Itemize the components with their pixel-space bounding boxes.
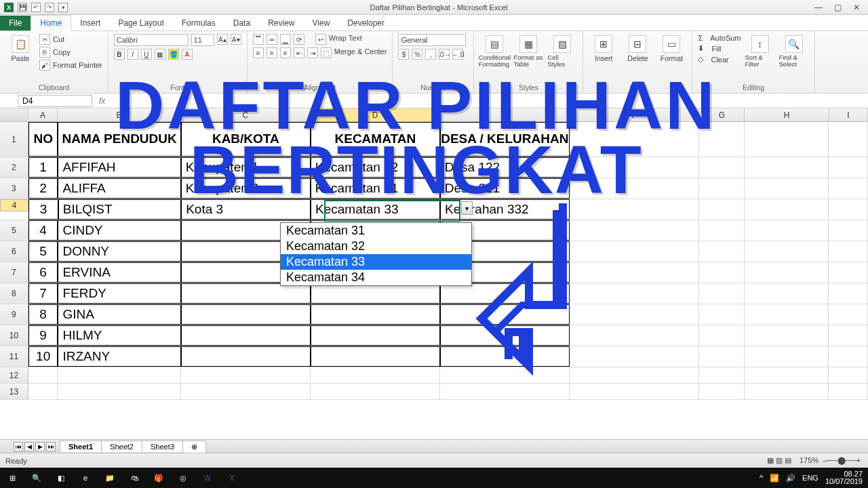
sheet-nav-next[interactable]: ▶ <box>35 442 45 451</box>
cell[interactable] <box>699 157 745 178</box>
cell[interactable] <box>699 384 745 399</box>
window-maximize-button[interactable]: ▢ <box>829 1 846 14</box>
worksheet-grid[interactable]: A B C D E F G H I 1 NO NAMA PENDUDUK KAB… <box>0 108 868 481</box>
row-header[interactable]: 12 <box>0 367 28 383</box>
cell[interactable]: Desa 122 <box>440 157 570 178</box>
cut-button[interactable]: Cut <box>53 35 64 43</box>
cell[interactable]: CINDY <box>58 220 180 241</box>
taskbar-excel-icon[interactable]: X <box>220 468 244 488</box>
cell[interactable] <box>570 325 699 346</box>
tab-insert[interactable]: Insert <box>71 16 109 30</box>
cell[interactable] <box>829 384 868 399</box>
cell[interactable] <box>829 178 868 199</box>
format-cells-button[interactable]: ▭Format <box>656 34 686 62</box>
cell[interactable] <box>570 346 699 367</box>
qat-undo-button[interactable]: ↶ <box>31 3 41 12</box>
col-header[interactable]: F <box>570 108 699 121</box>
cell[interactable] <box>745 178 829 199</box>
tab-page-layout[interactable]: Page Layout <box>109 16 172 30</box>
cell[interactable]: 8 <box>28 304 58 325</box>
cell[interactable]: 4 <box>28 220 58 241</box>
cell[interactable] <box>181 325 311 346</box>
cell[interactable] <box>829 122 868 157</box>
taskbar-app-icon[interactable]: 🎁 <box>146 468 171 488</box>
conditional-formatting-button[interactable]: ▤Conditional Formatting <box>479 34 509 67</box>
row-header[interactable]: 11 <box>0 346 28 367</box>
cell[interactable] <box>570 241 699 262</box>
fill-color-button[interactable]: 🪣 <box>168 49 179 60</box>
paste-button[interactable]: 📋Paste <box>5 34 35 62</box>
cell[interactable]: Kota 3 <box>181 199 311 220</box>
cell[interactable]: HILMY <box>58 325 180 346</box>
tab-file[interactable]: File <box>0 16 31 30</box>
cell[interactable] <box>699 199 745 220</box>
orientation-button[interactable]: ⟳ <box>294 34 304 45</box>
window-close-button[interactable]: ✕ <box>848 1 865 14</box>
autosum-button[interactable]: AutoSum <box>710 34 741 42</box>
cell[interactable] <box>699 325 745 346</box>
tray-date[interactable]: 10/07/2019 <box>825 477 863 485</box>
row-header[interactable]: 6 <box>0 241 28 262</box>
cell[interactable] <box>311 384 440 399</box>
cell[interactable] <box>745 283 829 304</box>
font-name-select[interactable]: Calibri <box>114 34 189 46</box>
tray-volume-icon[interactable]: 🔊 <box>786 474 795 483</box>
cell[interactable] <box>745 122 829 157</box>
delete-cells-button[interactable]: ⊟Delete <box>623 34 652 62</box>
decrease-decimal-button[interactable]: ←.0 <box>452 49 463 60</box>
cell[interactable] <box>311 367 440 383</box>
tray-language[interactable]: ENG <box>802 474 818 482</box>
cell[interactable] <box>28 384 58 399</box>
underline-button[interactable]: U <box>141 49 152 60</box>
search-button[interactable]: 🔍 <box>24 468 49 488</box>
task-view-button[interactable]: ◧ <box>49 468 73 488</box>
cell[interactable]: 9 <box>28 325 58 346</box>
fill-button[interactable]: Fill <box>711 45 721 53</box>
row-header[interactable]: 1 <box>0 122 28 157</box>
cell[interactable] <box>570 157 699 178</box>
cell[interactable] <box>58 367 180 383</box>
col-header[interactable]: A <box>28 108 58 121</box>
cell[interactable] <box>570 178 699 199</box>
cell[interactable]: Desa 211 <box>440 178 570 199</box>
cell[interactable] <box>311 346 440 367</box>
tab-developer[interactable]: Developer <box>338 16 393 30</box>
qat-customize-button[interactable]: ▾ <box>58 3 68 12</box>
increase-font-button[interactable]: A▴ <box>217 34 228 45</box>
cell[interactable] <box>745 262 829 283</box>
cell[interactable]: Kecamatan 12 <box>311 157 440 178</box>
cell[interactable]: Kabupaten 2 <box>181 178 311 199</box>
taskbar-edge-icon[interactable]: e <box>73 468 98 488</box>
cell[interactable]: GINA <box>58 304 180 325</box>
cell[interactable] <box>570 122 699 157</box>
copy-button[interactable]: Copy <box>53 48 71 56</box>
increase-decimal-button[interactable]: .0→ <box>439 49 450 60</box>
cell[interactable]: ERVINA <box>58 262 180 283</box>
cell[interactable] <box>699 283 745 304</box>
row-header[interactable]: 5 <box>0 220 28 241</box>
cell[interactable] <box>699 262 745 283</box>
cell[interactable] <box>440 346 570 367</box>
cell[interactable] <box>699 346 745 367</box>
cell[interactable]: KAB/KOTA <box>181 122 311 157</box>
cell[interactable] <box>570 220 699 241</box>
number-format-select[interactable]: General <box>398 34 466 46</box>
cell[interactable]: ALIFFA <box>58 178 180 199</box>
zoom-level[interactable]: 175% <box>800 456 818 464</box>
col-header[interactable]: I <box>829 108 868 121</box>
wrap-text-button[interactable]: Wrap Text <box>329 34 362 45</box>
cell[interactable] <box>440 367 570 383</box>
merge-center-button[interactable]: Merge & Center <box>334 47 387 58</box>
cell[interactable] <box>181 283 311 304</box>
cell[interactable] <box>570 199 699 220</box>
cell[interactable]: 1 <box>28 157 58 178</box>
cell[interactable]: 6 <box>28 262 58 283</box>
col-header[interactable]: D <box>311 108 440 121</box>
align-left-button[interactable]: ≡ <box>253 47 264 58</box>
comma-button[interactable]: , <box>425 49 436 60</box>
fx-label[interactable]: fx <box>92 96 112 106</box>
row-header[interactable]: 9 <box>0 304 28 325</box>
cell[interactable] <box>745 346 829 367</box>
cell[interactable] <box>181 346 311 367</box>
cell[interactable] <box>829 325 868 346</box>
